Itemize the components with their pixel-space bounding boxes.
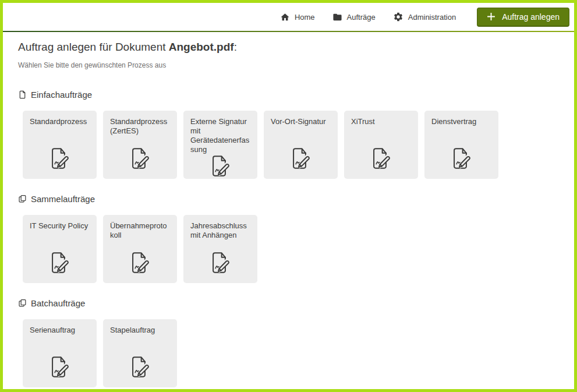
- signature-document-icon: [431, 146, 491, 172]
- process-card[interactable]: Serienauftrag: [23, 319, 97, 387]
- nav-item-label: Aufträge: [347, 13, 376, 22]
- process-card-title: Stapelauftrag: [110, 326, 170, 335]
- process-card-title: Übernahmeprotokoll: [110, 221, 170, 240]
- file-icon: [18, 90, 27, 99]
- page-subtitle: Wählen Sie bitte den gewünschten Prozess…: [18, 61, 559, 69]
- copy-icon: [18, 195, 27, 203]
- home-icon: [280, 12, 290, 22]
- signature-document-icon: [190, 250, 250, 276]
- process-card[interactable]: Stapelauftrag: [103, 319, 177, 387]
- process-card[interactable]: Dienstvertrag: [424, 111, 498, 179]
- signature-document-icon: [30, 250, 90, 276]
- process-card-title: IT Security Policy: [30, 221, 90, 231]
- create-order-button-label: Auftrag anlegen: [502, 12, 560, 22]
- page-title: Auftrag anlegen für Dokument Angebot.pdf…: [18, 41, 559, 54]
- main-content: Auftrag anlegen für Dokument Angebot.pdf…: [3, 32, 574, 389]
- signature-document-icon: [271, 146, 331, 172]
- process-section: Sammelaufträge IT Security Policy Überna…: [18, 194, 559, 283]
- page-title-suffix: :: [234, 41, 237, 53]
- process-card[interactable]: XiTrust: [344, 111, 418, 179]
- process-card-grid: IT Security Policy Übernahmeprotokoll: [23, 215, 559, 283]
- section-label: Einfachaufträge: [31, 90, 92, 100]
- process-card-title: Dienstvertrag: [431, 117, 491, 126]
- nav-item-label: Administration: [408, 13, 456, 22]
- process-card[interactable]: Vor-Ort-Signatur: [264, 111, 338, 179]
- document-name: Angebot.pdf: [169, 41, 234, 53]
- process-card[interactable]: Standardprozess (ZertES): [103, 111, 177, 179]
- signature-document-icon: [30, 146, 90, 172]
- process-card-grid: Serienauftrag Stapelauftrag: [23, 319, 559, 387]
- process-card[interactable]: Externe Signatur mit Gerätedatenerfassun…: [183, 111, 257, 179]
- nav-item-administration[interactable]: Administration: [393, 12, 456, 22]
- nav-item-label: Home: [295, 13, 315, 22]
- create-order-button[interactable]: Auftrag anlegen: [477, 8, 569, 27]
- section-header: Batchaufträge: [18, 298, 559, 308]
- signature-document-icon: [190, 154, 250, 179]
- process-card-title: Externe Signatur mit Gerätedatenerfassun…: [190, 117, 250, 154]
- process-card-grid: Standardprozess Standardprozess (ZertES): [23, 111, 559, 179]
- nav-item-home[interactable]: Home: [280, 12, 315, 22]
- section-header: Sammelaufträge: [18, 194, 559, 204]
- gear-icon: [393, 12, 403, 22]
- process-card[interactable]: Jahresabschluss mit Anhängen: [183, 215, 257, 283]
- signature-document-icon: [110, 355, 170, 380]
- process-card[interactable]: Übernahmeprotokoll: [103, 215, 177, 283]
- copy-icon: [18, 299, 27, 308]
- signature-document-icon: [110, 250, 170, 276]
- process-section: Einfachaufträge Standardprozess Standard…: [18, 90, 559, 179]
- top-navigation-bar: Home Aufträge Administration Auftrag anl…: [3, 3, 574, 31]
- process-card[interactable]: IT Security Policy: [23, 215, 97, 283]
- section-label: Sammelaufträge: [31, 194, 95, 204]
- process-card-title: XiTrust: [351, 117, 411, 126]
- section-header: Einfachaufträge: [18, 90, 559, 100]
- process-card-title: Serienauftrag: [30, 326, 90, 335]
- nav-item-auftraege[interactable]: Aufträge: [332, 12, 376, 22]
- app-window: Home Aufträge Administration Auftrag anl…: [0, 0, 577, 392]
- signature-document-icon: [30, 355, 90, 380]
- process-card[interactable]: Standardprozess: [23, 111, 97, 179]
- page-title-prefix: Auftrag anlegen für Dokument: [18, 41, 169, 53]
- plus-icon: [487, 12, 495, 21]
- signature-document-icon: [110, 146, 170, 172]
- process-card-title: Standardprozess: [30, 117, 90, 126]
- folder-icon: [332, 12, 342, 22]
- process-card-title: Standardprozess (ZertES): [110, 117, 170, 136]
- process-card-title: Vor-Ort-Signatur: [271, 117, 331, 126]
- sections: Einfachaufträge Standardprozess Standard…: [18, 90, 559, 387]
- process-card-title: Jahresabschluss mit Anhängen: [190, 221, 250, 240]
- process-section: Batchaufträge Serienauftrag Stapelauftra…: [18, 298, 559, 387]
- section-label: Batchaufträge: [31, 298, 85, 308]
- signature-document-icon: [351, 146, 411, 172]
